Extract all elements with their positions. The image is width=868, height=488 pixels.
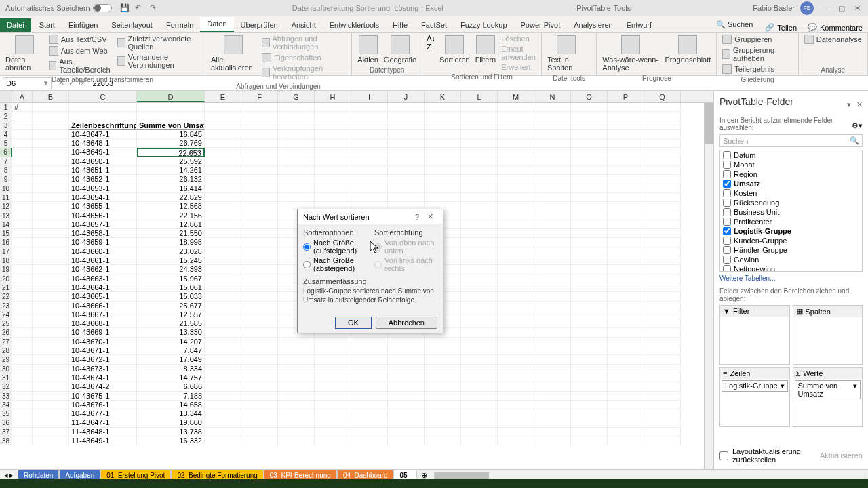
cell[interactable] xyxy=(425,373,461,382)
cell[interactable] xyxy=(534,355,571,364)
cell[interactable]: 10-43672-1 xyxy=(69,355,137,364)
cell[interactable] xyxy=(461,409,498,418)
cell[interactable] xyxy=(498,256,534,265)
cell[interactable] xyxy=(425,166,461,175)
cell[interactable] xyxy=(608,338,644,346)
cell[interactable] xyxy=(12,184,33,193)
cell[interactable] xyxy=(12,319,33,328)
cell[interactable] xyxy=(644,265,681,274)
cell[interactable] xyxy=(644,409,681,418)
cell[interactable] xyxy=(608,319,644,328)
row-header[interactable]: 29 xyxy=(0,355,12,364)
column-header[interactable]: G xyxy=(278,91,315,102)
cell[interactable] xyxy=(205,373,241,382)
data-analysis-button[interactable]: Datenanalyse xyxy=(803,34,863,45)
cell[interactable] xyxy=(69,112,137,121)
cell[interactable] xyxy=(241,193,278,202)
cell[interactable] xyxy=(315,355,351,364)
text-to-columns-button[interactable]: Text in Spalten xyxy=(546,34,587,73)
cell[interactable] xyxy=(498,292,534,301)
cell[interactable] xyxy=(205,112,241,121)
cell[interactable] xyxy=(644,247,681,256)
cell[interactable] xyxy=(498,338,534,346)
cell[interactable] xyxy=(278,175,315,184)
cell[interactable] xyxy=(461,238,498,247)
cell[interactable] xyxy=(534,103,571,112)
refresh-all-button[interactable]: Alle aktualisieren xyxy=(210,34,258,73)
cell[interactable] xyxy=(278,184,315,193)
cell[interactable] xyxy=(644,436,681,445)
ok-button[interactable]: OK xyxy=(335,317,372,329)
cell[interactable] xyxy=(315,409,351,418)
cell[interactable] xyxy=(644,310,681,319)
row-header[interactable]: 24 xyxy=(0,310,12,319)
pivot-field[interactable]: Logistik-Gruppe xyxy=(720,226,862,236)
cell[interactable] xyxy=(644,103,681,112)
cell[interactable] xyxy=(608,328,644,337)
cell[interactable] xyxy=(644,175,681,184)
cell[interactable] xyxy=(534,112,571,121)
cell[interactable] xyxy=(12,121,33,130)
pivot-field[interactable]: Monat xyxy=(720,160,862,169)
cell[interactable] xyxy=(241,346,278,355)
cell[interactable] xyxy=(205,220,241,229)
avatar[interactable]: FB xyxy=(800,1,814,15)
rows-area-item[interactable]: Logistik-Gruppe▾ xyxy=(722,380,788,392)
cell[interactable] xyxy=(461,346,498,355)
cell[interactable]: 10-43654-1 xyxy=(69,193,137,202)
cell[interactable] xyxy=(571,247,608,256)
cell[interactable] xyxy=(351,157,388,166)
stocks-button[interactable]: Aktien xyxy=(356,34,380,65)
cell[interactable] xyxy=(12,148,33,157)
cell[interactable] xyxy=(315,166,351,175)
cell[interactable] xyxy=(644,346,681,355)
tab-factset[interactable]: FactSet xyxy=(414,18,454,32)
cell[interactable] xyxy=(315,112,351,121)
cell[interactable] xyxy=(388,365,425,373)
undo-icon[interactable]: ↶ xyxy=(135,3,144,13)
cell[interactable] xyxy=(425,175,461,184)
field-list[interactable]: DatumMonatRegionUmsatzKostenRücksendungB… xyxy=(719,150,863,272)
cell[interactable] xyxy=(644,193,681,202)
cell[interactable] xyxy=(644,283,681,292)
cell[interactable] xyxy=(205,130,241,139)
row-header[interactable]: 7 xyxy=(0,157,12,166)
cell[interactable] xyxy=(461,247,498,256)
cell[interactable]: 14.207 xyxy=(137,338,205,346)
tab-einfuegen[interactable]: Einfügen xyxy=(62,18,104,32)
cell[interactable]: 10-43674-1 xyxy=(69,373,137,382)
cell[interactable] xyxy=(12,346,33,355)
cell[interactable] xyxy=(571,202,608,211)
cell[interactable] xyxy=(205,139,241,148)
cell[interactable] xyxy=(461,292,498,301)
close-icon[interactable]: ✕ xyxy=(854,4,863,12)
cell[interactable] xyxy=(534,229,571,238)
cell[interactable] xyxy=(461,428,498,436)
cell[interactable] xyxy=(33,436,69,445)
cell[interactable] xyxy=(571,355,608,364)
row-header[interactable]: 8 xyxy=(0,166,12,175)
cell[interactable] xyxy=(534,418,571,427)
values-area-item[interactable]: Summe von Umsatz▾ xyxy=(795,380,861,399)
cell[interactable]: 26.132 xyxy=(137,175,205,184)
cell[interactable] xyxy=(644,392,681,401)
cell[interactable] xyxy=(33,256,69,265)
cell[interactable]: 10-43662-1 xyxy=(69,265,137,274)
cell[interactable] xyxy=(12,365,33,373)
cell[interactable] xyxy=(33,382,69,391)
cell[interactable] xyxy=(351,401,388,409)
cell[interactable] xyxy=(644,202,681,211)
cell[interactable] xyxy=(205,193,241,202)
row-header[interactable]: 23 xyxy=(0,302,12,310)
cell[interactable] xyxy=(205,103,241,112)
cell[interactable] xyxy=(12,157,33,166)
cell[interactable] xyxy=(351,193,388,202)
cell[interactable] xyxy=(12,409,33,418)
cell[interactable] xyxy=(33,175,69,184)
cell[interactable] xyxy=(278,428,315,436)
cell[interactable] xyxy=(241,121,278,130)
cell[interactable] xyxy=(644,148,681,157)
cell[interactable] xyxy=(608,157,644,166)
cell[interactable] xyxy=(608,302,644,310)
cell[interactable] xyxy=(571,238,608,247)
